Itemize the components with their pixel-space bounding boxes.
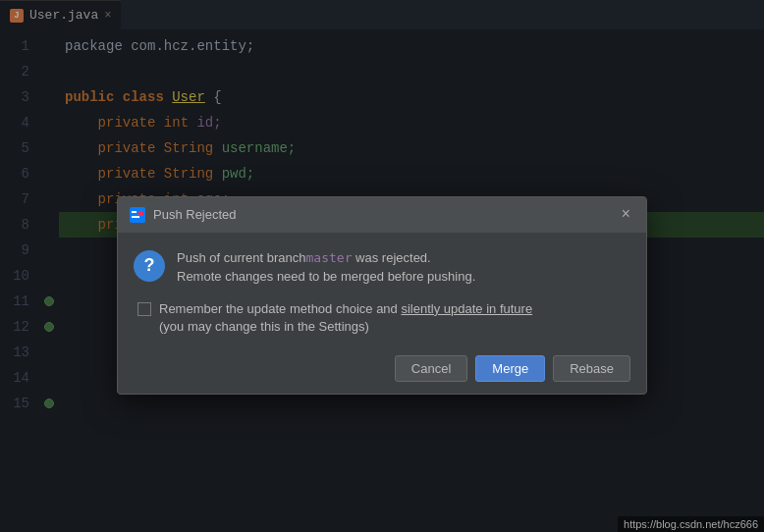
checkbox-label-part1: Remember the update method choice and bbox=[159, 301, 401, 316]
svg-rect-3 bbox=[138, 211, 143, 216]
dialog-close-button[interactable]: × bbox=[617, 205, 634, 225]
svg-rect-2 bbox=[132, 211, 136, 213]
url-bar: https://blog.csdn.net/hcz666 bbox=[618, 516, 764, 532]
message-line2: Remote changes need to be merged before … bbox=[177, 269, 475, 284]
branch-name: master bbox=[306, 250, 353, 265]
checkbox-label-underline: silently update in future bbox=[401, 301, 532, 316]
message-line1-suffix: was rejected. bbox=[353, 250, 431, 265]
dialog-title-left: Push Rejected bbox=[130, 207, 237, 223]
dialog-overlay: Push Rejected × ? Push of current branch… bbox=[0, 0, 764, 532]
editor: J User.java × 1 2 3 4 5 6 7 8 9 10 11 12… bbox=[0, 0, 764, 532]
dialog-body: ? Push of current branchmaster was rejec… bbox=[118, 233, 646, 394]
dialog-title-bar: Push Rejected × bbox=[118, 197, 646, 233]
dialog-buttons: Cancel Merge Rebase bbox=[134, 351, 630, 382]
dialog-message-row: ? Push of current branchmaster was rejec… bbox=[134, 248, 630, 287]
rebase-button[interactable]: Rebase bbox=[553, 355, 630, 382]
remember-choice-checkbox[interactable] bbox=[137, 302, 151, 316]
checkbox-label: Remember the update method choice and si… bbox=[159, 300, 532, 336]
dialog-checkbox-row: Remember the update method choice and si… bbox=[134, 300, 630, 336]
question-icon: ? bbox=[134, 250, 165, 282]
checkbox-label-part2: (you may change this in the Settings) bbox=[159, 319, 369, 334]
message-line1-part1: Push of current branch bbox=[177, 250, 306, 265]
dialog-message-text: Push of current branchmaster was rejecte… bbox=[177, 248, 475, 287]
push-rejected-dialog: Push Rejected × ? Push of current branch… bbox=[117, 196, 647, 395]
dialog-title-text: Push Rejected bbox=[153, 207, 237, 222]
cancel-button[interactable]: Cancel bbox=[395, 355, 467, 382]
merge-button[interactable]: Merge bbox=[475, 355, 545, 382]
intellij-icon bbox=[130, 207, 145, 223]
svg-rect-1 bbox=[132, 216, 139, 218]
